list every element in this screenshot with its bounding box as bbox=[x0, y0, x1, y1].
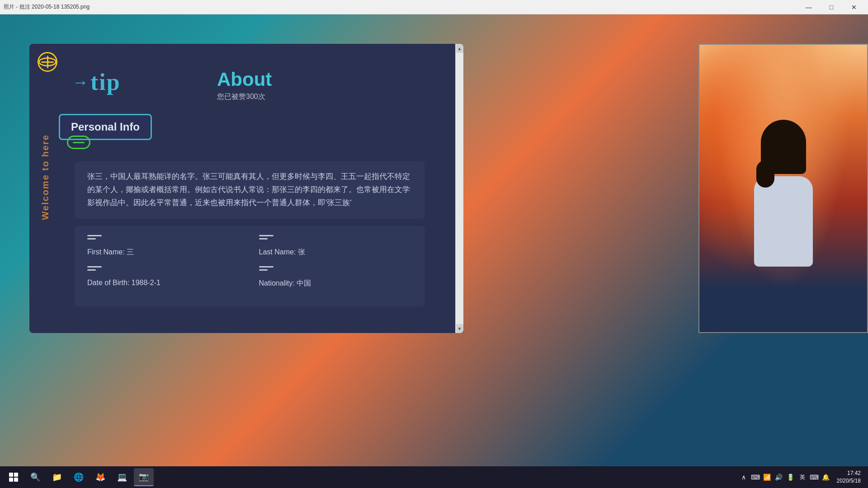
last-name-label: Last Name: 张 bbox=[259, 248, 413, 257]
last-name-icon bbox=[259, 235, 274, 244]
dob-field: Date of Birth: 1988-2-1 bbox=[87, 266, 241, 288]
file-explorer-button[interactable]: 📁 bbox=[47, 468, 67, 486]
icon-bar-8 bbox=[259, 269, 268, 271]
right-image-content bbox=[699, 45, 867, 332]
scrollbar-track[interactable] bbox=[456, 53, 463, 324]
battery-icon: 🔋 bbox=[786, 473, 795, 482]
firefox-button[interactable]: 🦊 bbox=[90, 468, 110, 486]
volume-icon[interactable]: 🔊 bbox=[774, 473, 783, 482]
first-name-field: First Name: 三 bbox=[87, 235, 241, 257]
first-name-label: First Name: 三 bbox=[87, 248, 241, 257]
icon-bar-3 bbox=[259, 235, 274, 236]
figure-silhouette bbox=[720, 106, 847, 332]
nationality-icon bbox=[259, 266, 274, 275]
last-name-field: Last Name: 张 bbox=[259, 235, 413, 257]
green-badge bbox=[67, 136, 90, 149]
about-section: About 您已被赞300次 bbox=[217, 69, 272, 102]
fields-row-1: First Name: 三 Last Name: 张 bbox=[87, 235, 412, 257]
notification-icon[interactable]: 🔔 bbox=[821, 473, 830, 482]
scroll-down-button[interactable]: ▼ bbox=[456, 324, 463, 333]
side-welcome-text: Welcome to here bbox=[38, 105, 52, 249]
photos-button[interactable]: 📷 bbox=[134, 468, 154, 486]
window-controls: — □ ✕ bbox=[798, 1, 864, 14]
globe-circle bbox=[38, 52, 57, 72]
icon-bar-5 bbox=[87, 266, 102, 267]
right-image-panel bbox=[698, 44, 868, 333]
app-area: ▲ ▼ Welcome to here → tip About 您已被赞300次… bbox=[0, 14, 868, 466]
clock-date: 2020/5/18 bbox=[837, 477, 861, 485]
dob-icon bbox=[87, 266, 102, 275]
about-subtitle: 您已被赞300次 bbox=[217, 92, 272, 102]
systray: ∧ ⌨ 📶 🔊 🔋 英 ⌨ 🔔 17:42 2020/5/18 bbox=[739, 469, 864, 485]
tip-arrow: → bbox=[72, 73, 89, 92]
taskbar: 🔍 📁 🌐 🦊 💻 📷 ∧ ⌨ 📶 🔊 🔋 英 ⌨ 🔔 17:42 2020/5… bbox=[0, 466, 868, 488]
dob-label: Date of Birth: 1988-2-1 bbox=[87, 279, 241, 287]
figure-body bbox=[754, 176, 813, 267]
first-name-icon bbox=[87, 235, 102, 244]
window-title: 照片 - 批注 2020-05-18 135205.png bbox=[4, 3, 90, 11]
maximize-button[interactable]: □ bbox=[821, 1, 842, 14]
content-area: 张三，中国人最耳熟能详的名字。张三可能真有其人，但更多时候与李四、王五一起指代不… bbox=[75, 161, 425, 306]
vscode-button[interactable]: 💻 bbox=[112, 468, 132, 486]
scrollbar[interactable]: ▲ ▼ bbox=[455, 44, 463, 333]
language-badge[interactable]: 英 bbox=[798, 473, 807, 482]
description-text: 张三，中国人最耳熟能详的名字。张三可能真有其人，但更多时候与李四、王五一起指代不… bbox=[87, 170, 412, 210]
about-title: About bbox=[217, 69, 272, 90]
tip-area: → tip bbox=[72, 69, 121, 95]
search-taskbar-button[interactable]: 🔍 bbox=[25, 468, 45, 486]
edge-button[interactable]: 🌐 bbox=[69, 468, 89, 486]
description-box: 张三，中国人最耳熟能详的名字。张三可能真有其人，但更多时候与李四、王五一起指代不… bbox=[75, 161, 425, 219]
icon-bar-4 bbox=[259, 238, 268, 239]
keyboard-icon: ⌨ bbox=[751, 473, 760, 482]
nationality-label: Nationality: 中国 bbox=[259, 279, 413, 288]
minimize-button[interactable]: — bbox=[798, 1, 819, 14]
personal-info-title: Personal Info bbox=[71, 121, 140, 133]
fields-row-2: Date of Birth: 1988-2-1 Nationality: 中国 bbox=[87, 266, 412, 288]
globe-icon[interactable] bbox=[36, 51, 59, 73]
info-fields-box: First Name: 三 Last Name: 张 bbox=[75, 226, 425, 306]
icon-bar-1 bbox=[87, 235, 102, 236]
icon-bar-7 bbox=[259, 266, 274, 267]
start-button[interactable] bbox=[4, 468, 24, 486]
ime-icon[interactable]: ⌨ bbox=[810, 473, 819, 482]
network-icon[interactable]: 📶 bbox=[763, 473, 772, 482]
expand-systray-button[interactable]: ∧ bbox=[739, 473, 748, 482]
green-badge-line bbox=[73, 142, 85, 143]
title-bar: 照片 - 批注 2020-05-18 135205.png — □ ✕ bbox=[0, 0, 868, 14]
tip-text: tip bbox=[90, 69, 121, 95]
icon-bar-6 bbox=[87, 269, 96, 271]
figure-hair bbox=[761, 120, 806, 174]
icon-bar-2 bbox=[87, 238, 96, 239]
close-button[interactable]: ✕ bbox=[844, 1, 864, 14]
globe-equator-line bbox=[38, 57, 57, 66]
clock-time: 17:42 bbox=[837, 469, 861, 477]
scroll-up-button[interactable]: ▲ bbox=[456, 44, 463, 53]
nationality-field: Nationality: 中国 bbox=[259, 266, 413, 288]
system-clock[interactable]: 17:42 2020/5/18 bbox=[833, 469, 864, 485]
start-icon bbox=[9, 473, 18, 482]
